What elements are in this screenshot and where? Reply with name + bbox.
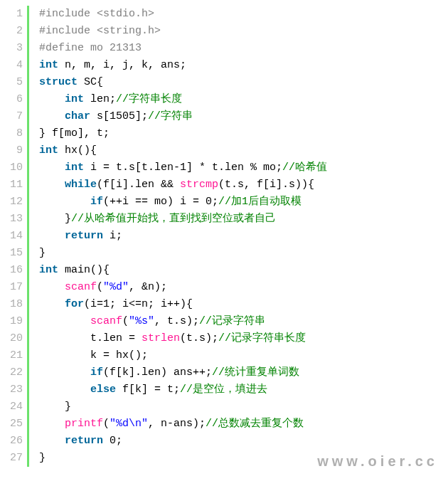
token: SC{ [78, 76, 103, 88]
line-number: 25 [6, 416, 23, 433]
code-line: if(f[k].len) ans++;//统计重复单词数 [39, 364, 327, 381]
token [39, 162, 65, 174]
token: hx(){ [58, 144, 97, 157]
code-line: if(++i == mo) i = 0;//加1后自动取模 [39, 194, 327, 211]
line-number: 1 [6, 6, 23, 23]
token: i = t.s[t.len-1] * t.len % mo; [84, 162, 282, 174]
line-number: 27 [6, 450, 23, 467]
token-fn: scanf [90, 315, 122, 327]
line-number: 14 [6, 228, 23, 245]
token-fn: strlen [142, 332, 180, 344]
code-line: return i; [39, 228, 327, 245]
line-number: 20 [6, 330, 23, 347]
token-fn: scanf [65, 281, 97, 293]
code-line: else f[k] = t;//是空位，填进去 [39, 381, 327, 398]
token: } [39, 452, 46, 464]
token-kw: return [65, 435, 103, 447]
line-number: 11 [6, 176, 23, 194]
token: s[1505]; [90, 110, 148, 122]
line-number: 12 [6, 194, 23, 211]
code-line: } [39, 398, 327, 416]
code-line: } [39, 245, 327, 262]
line-number: 24 [6, 398, 23, 416]
token [39, 179, 65, 191]
token: i; [103, 230, 122, 242]
token: (t.s, f[i].s)){ [218, 179, 314, 191]
token-st: "%d" [103, 281, 129, 293]
token-cm: //是空位，填进去 [180, 384, 267, 396]
code-line: int len;//字符串长度 [39, 91, 327, 108]
token: (t.s); [180, 332, 218, 344]
token-cm: //哈希值 [282, 162, 327, 174]
token-kw: return [65, 230, 103, 242]
code-line: char s[1505];//字符串 [39, 108, 327, 125]
token: ( [103, 418, 110, 430]
token-fn: strcmp [180, 179, 218, 191]
token: ( [122, 315, 129, 327]
token-pp: #include <stdio.h> [39, 8, 154, 20]
token: , t.s); [154, 315, 199, 327]
code-line: printf("%d\n", n-ans);//总数减去重复个数 [39, 416, 327, 433]
token: (i=1; i<=n; i++){ [84, 298, 193, 310]
code-line: t.len = strlen(t.s);//记录字符串长度 [39, 330, 327, 347]
line-number: 9 [6, 142, 23, 159]
code-line: return 0; [39, 433, 327, 450]
code-line: int i = t.s[t.len-1] * t.len % mo;//哈希值 [39, 159, 327, 176]
token: } [39, 213, 71, 225]
code-line: int hx(){ [39, 142, 327, 159]
token: } f[mo], t; [39, 127, 110, 139]
line-number: 10 [6, 159, 23, 176]
token-kw: while [65, 179, 97, 191]
token-ty: int [39, 144, 58, 157]
code-line: } f[mo], t; [39, 125, 327, 142]
token: f[k] = t; [116, 384, 180, 396]
line-number: 7 [6, 108, 23, 125]
token: k = hx(); [39, 349, 148, 361]
token-st: "%d\n" [110, 418, 148, 430]
token: main(){ [58, 264, 110, 276]
line-number: 21 [6, 347, 23, 364]
token-kw: for [65, 298, 84, 310]
code-line: struct SC{ [39, 74, 327, 91]
line-number: 13 [6, 211, 23, 228]
code-block: 1234567891011121314151617181920212223242… [6, 6, 442, 467]
token: , n-ans); [148, 418, 206, 430]
code-line: int main(){ [39, 262, 327, 279]
line-number: 17 [6, 279, 23, 296]
line-number: 16 [6, 262, 23, 279]
line-number: 3 [6, 40, 23, 57]
token [39, 281, 65, 293]
line-number: 2 [6, 23, 23, 40]
line-number: 4 [6, 57, 23, 74]
token [39, 230, 65, 242]
token-kw: if [90, 196, 103, 208]
token [39, 366, 90, 379]
token [39, 384, 90, 396]
token: } [39, 401, 71, 413]
token-fn: printf [65, 418, 103, 430]
token [39, 110, 65, 122]
token-cm: //从哈希值开始找，直到找到空位或者自己 [71, 213, 276, 225]
token-cm: //总数减去重复个数 [206, 418, 304, 430]
token [39, 418, 65, 430]
token: n, m, i, j, k, ans; [58, 59, 186, 71]
token-cm: //字符串 [148, 110, 193, 122]
token-kw: if [90, 366, 103, 379]
line-number: 18 [6, 296, 23, 313]
code-line: while(f[i].len && strcmp(t.s, f[i].s)){ [39, 176, 327, 194]
token: (f[i].len && [97, 179, 180, 191]
code-line: } [39, 450, 327, 467]
token: , &n); [129, 281, 167, 293]
code-line: scanf("%s", t.s);//记录字符串 [39, 313, 327, 330]
line-number: 22 [6, 364, 23, 381]
token: 0; [103, 435, 122, 447]
code-line: int n, m, i, j, k, ans; [39, 57, 327, 74]
token-ty: int [39, 59, 58, 71]
line-number: 23 [6, 381, 23, 398]
line-number: 6 [6, 91, 23, 108]
code-line: for(i=1; i<=n; i++){ [39, 296, 327, 313]
token [39, 315, 90, 327]
token-kw: struct [39, 76, 78, 88]
token: (f[k].len) ans++; [103, 366, 212, 379]
token-kw: else [90, 384, 116, 396]
